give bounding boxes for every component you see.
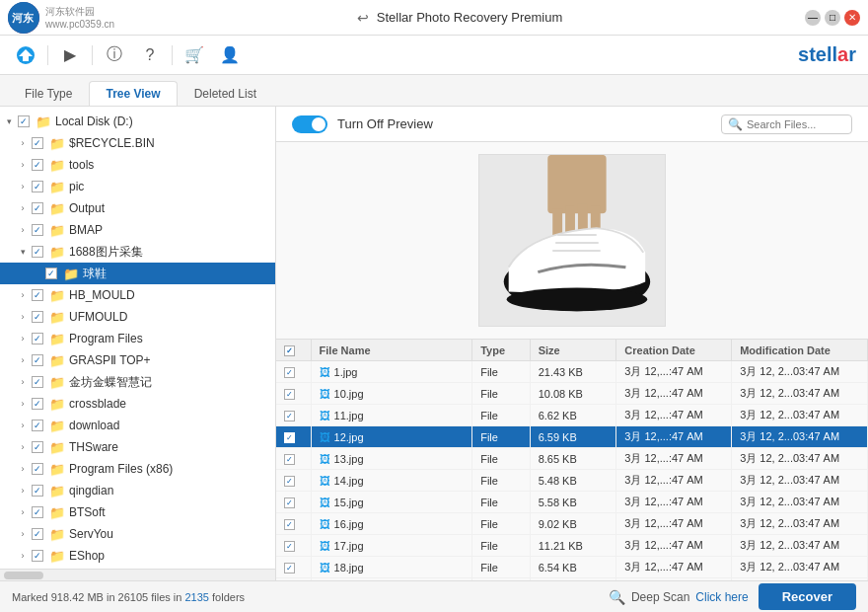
tree-checkbox[interactable] <box>32 506 43 518</box>
tree-toggle-icon[interactable]: ▾ <box>16 247 30 257</box>
user-icon[interactable]: 👤 <box>216 41 244 69</box>
back-icon[interactable]: ↩ <box>357 10 369 26</box>
tree-item-download[interactable]: ›📁download <box>0 415 275 436</box>
file-checkbox[interactable] <box>284 454 295 465</box>
tree-toggle-icon[interactable]: ▾ <box>2 116 16 126</box>
tree-toggle-icon[interactable]: › <box>16 225 30 235</box>
tree-toggle-icon[interactable]: › <box>16 160 30 170</box>
tree-checkbox[interactable] <box>32 441 43 453</box>
table-row[interactable]: 🖼18.jpgFile6.54 KB3月 12,...:47 AM3月 12, … <box>276 557 868 578</box>
file-checkbox[interactable] <box>284 389 295 400</box>
table-row[interactable]: 🖼11.jpgFile6.62 KB3月 12,...:47 AM3月 12, … <box>276 405 868 426</box>
folder-count-link[interactable]: 2135 <box>185 591 209 603</box>
tree-item-crossblade[interactable]: ›📁crossblade <box>0 393 275 415</box>
tree-item-hb-mould[interactable]: ›📁HB_MOULD <box>0 284 275 306</box>
col-header-modification-date[interactable]: Modification Date <box>732 340 868 361</box>
tree-checkbox[interactable] <box>32 420 43 431</box>
tree-checkbox[interactable] <box>32 289 43 301</box>
tree-item-ufmould[interactable]: ›📁UFMOULD <box>0 306 275 328</box>
hscroll-thumb[interactable] <box>4 572 43 579</box>
tree-item-gold[interactable]: ›📁金坊金蝶智慧记 <box>0 371 275 393</box>
home-icon[interactable] <box>12 41 39 69</box>
tree-checkbox[interactable] <box>32 376 43 388</box>
tree-toggle-icon[interactable]: › <box>16 507 30 517</box>
horizontal-scrollbar[interactable] <box>0 569 275 580</box>
tree-checkbox[interactable] <box>32 550 43 562</box>
tree-item-local-disk[interactable]: ▾📁Local Disk (D:) <box>0 111 275 132</box>
tree-item-recycle[interactable]: ›📁$RECYCLE.BIN <box>0 132 275 154</box>
table-row[interactable]: 🖼14.jpgFile5.48 KB3月 12,...:47 AM3月 12, … <box>276 470 868 492</box>
table-row[interactable]: 🖼1.jpgFile21.43 KB3月 12,...:47 AM3月 12, … <box>276 361 868 383</box>
tab-file-type[interactable]: File Type <box>8 81 89 106</box>
tree-toggle-icon[interactable]: › <box>16 464 30 474</box>
play-icon[interactable]: ▶ <box>56 41 84 69</box>
tree-checkbox[interactable] <box>32 159 43 171</box>
tree-item-output[interactable]: ›📁Output <box>0 197 275 219</box>
tree-item-tools[interactable]: ›📁tools <box>0 154 275 176</box>
tree-checkbox[interactable] <box>45 268 57 279</box>
search-input[interactable] <box>747 118 845 130</box>
table-row[interactable]: 🖼13.jpgFile8.65 KB3月 12,...:47 AM3月 12, … <box>276 448 868 470</box>
file-checkbox[interactable] <box>284 519 295 530</box>
file-checkbox[interactable] <box>284 497 295 508</box>
tree-toggle-icon[interactable]: › <box>16 138 30 148</box>
file-checkbox[interactable] <box>284 563 295 574</box>
tree-item-program-files-x86[interactable]: ›📁Program Files (x86) <box>0 458 275 480</box>
tree-checkbox[interactable] <box>18 115 30 127</box>
tree-toggle-icon[interactable]: › <box>16 203 30 213</box>
tree-checkbox[interactable] <box>32 181 43 192</box>
tree-item-qingdian[interactable]: ›📁qingdian <box>0 480 275 501</box>
tree-item-eshop[interactable]: ›📁EShop <box>0 545 275 567</box>
tree-toggle-icon[interactable]: › <box>16 290 30 300</box>
tree-view-container[interactable]: ▾📁Local Disk (D:)›📁$RECYCLE.BIN›📁tools›📁… <box>0 107 275 569</box>
search-box[interactable]: 🔍 <box>721 115 852 134</box>
tree-toggle-icon[interactable]: › <box>16 442 30 452</box>
tree-checkbox[interactable] <box>32 137 43 149</box>
col-header-creation-date[interactable]: Creation Date <box>616 340 732 361</box>
file-checkbox[interactable] <box>284 476 295 487</box>
cart-icon[interactable]: 🛒 <box>181 41 208 69</box>
table-row[interactable]: 🖼12.jpgFile6.59 KB3月 12,...:47 AM3月 12, … <box>276 426 868 448</box>
table-row[interactable]: 🖼16.jpgFile9.02 KB3月 12,...:47 AM3月 12, … <box>276 513 868 535</box>
select-all-checkbox[interactable] <box>284 345 295 356</box>
deep-scan-link[interactable]: Click here <box>695 590 748 604</box>
tab-deleted-list[interactable]: Deleted List <box>178 81 273 106</box>
col-header-type[interactable]: Type <box>472 340 530 361</box>
tree-checkbox[interactable] <box>32 333 43 344</box>
col-header-filename[interactable]: File Name <box>311 340 472 361</box>
table-row[interactable]: 🖼19.jpgFile6.77 KB3月 12,...:47 AM3月 12, … <box>276 578 868 581</box>
tree-item-ballshoe[interactable]: 📁球鞋 <box>0 263 275 284</box>
info-icon[interactable]: ⓘ <box>101 41 128 69</box>
tree-item-servyou[interactable]: ›📁ServYou <box>0 523 275 545</box>
tree-checkbox[interactable] <box>32 485 43 497</box>
tree-toggle-icon[interactable]: › <box>16 421 30 430</box>
tree-checkbox[interactable] <box>32 463 43 475</box>
table-row[interactable]: 🖼17.jpgFile11.21 KB3月 12,...:47 AM3月 12,… <box>276 535 868 557</box>
recover-button[interactable]: Recover <box>759 583 856 610</box>
tree-checkbox[interactable] <box>32 528 43 540</box>
tree-checkbox[interactable] <box>32 354 43 366</box>
table-row[interactable]: 🖼10.jpgFile10.08 KB3月 12,...:47 AM3月 12,… <box>276 383 868 405</box>
tree-item-pic[interactable]: ›📁pic <box>0 176 275 197</box>
tree-item-thsware[interactable]: ›📁THSware <box>0 436 275 458</box>
tree-item-btsoft[interactable]: ›📁BTSoft <box>0 501 275 523</box>
tree-checkbox[interactable] <box>32 202 43 214</box>
preview-toggle[interactable] <box>292 115 327 133</box>
tree-toggle-icon[interactable]: › <box>16 551 30 561</box>
tree-item-1688[interactable]: ▾📁1688图片采集 <box>0 241 275 263</box>
file-checkbox[interactable] <box>284 541 295 552</box>
tree-toggle-icon[interactable]: › <box>16 529 30 539</box>
tree-checkbox[interactable] <box>32 311 43 323</box>
tab-tree-view[interactable]: Tree View <box>89 81 177 106</box>
tree-item-bmap[interactable]: ›📁BMAP <box>0 219 275 241</box>
tree-toggle-icon[interactable]: › <box>16 355 30 365</box>
file-checkbox[interactable] <box>284 432 295 443</box>
tree-toggle-icon[interactable]: › <box>16 334 30 344</box>
close-button[interactable]: ✕ <box>844 10 860 26</box>
tree-item-grasp[interactable]: ›📁GRASPⅡ TOP+ <box>0 349 275 371</box>
table-row[interactable]: 🖼15.jpgFile5.58 KB3月 12,...:47 AM3月 12, … <box>276 492 868 513</box>
file-checkbox[interactable] <box>284 411 295 421</box>
tree-checkbox[interactable] <box>32 246 43 258</box>
help-icon[interactable]: ? <box>136 41 164 69</box>
tree-toggle-icon[interactable]: › <box>16 486 30 496</box>
